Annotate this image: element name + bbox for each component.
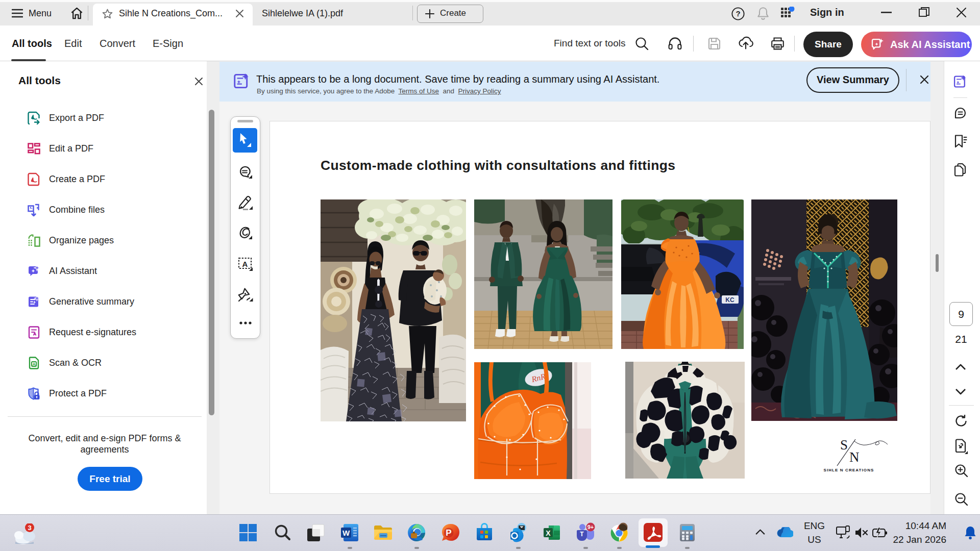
svg-text:9+: 9+ bbox=[587, 524, 594, 530]
svg-text:?: ? bbox=[736, 9, 740, 18]
svg-text:X: X bbox=[546, 529, 551, 537]
svg-text:A: A bbox=[32, 362, 35, 367]
svg-text:KC: KC bbox=[725, 296, 734, 304]
svg-text:3: 3 bbox=[28, 524, 31, 532]
svg-text:N: N bbox=[849, 449, 860, 465]
svg-text:T: T bbox=[580, 531, 584, 538]
svg-text:W: W bbox=[342, 529, 350, 537]
svg-text:S: S bbox=[840, 437, 848, 453]
svg-text:P: P bbox=[446, 528, 451, 538]
svg-text:A: A bbox=[242, 260, 248, 268]
